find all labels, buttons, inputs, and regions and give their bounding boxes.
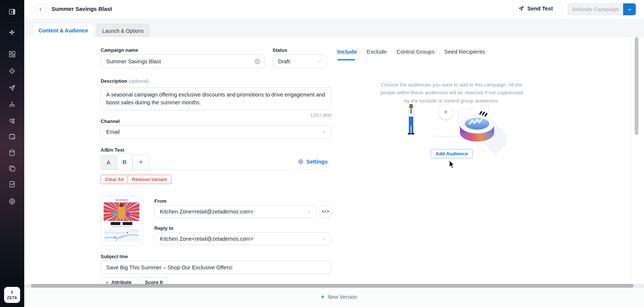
data-stack-illustration: [447, 108, 507, 153]
campaign-name-input[interactable]: Summer Savings Blast ✕: [101, 54, 265, 68]
sidebar: ZETA: [0, 0, 24, 307]
send-icon[interactable]: [8, 84, 16, 92]
gear-icon: [298, 159, 304, 165]
panel-right-hairline: [631, 37, 632, 284]
thumb-map-image: [104, 228, 139, 242]
activate-dropdown-button[interactable]: [623, 3, 636, 15]
person-illustration: [405, 104, 417, 137]
send-test-button[interactable]: Send Test: [518, 5, 553, 12]
code-view-button[interactable]: </>: [320, 205, 331, 218]
abn-settings-label: Settings: [306, 159, 328, 165]
zeta-logo[interactable]: ZETA: [4, 287, 20, 303]
new-version-label: New Version: [328, 294, 357, 300]
new-version-button[interactable]: + New Version: [321, 294, 357, 300]
mouse-cursor: [449, 160, 455, 169]
database-icon[interactable]: [8, 149, 16, 157]
activate-campaign-label: Activate Campaign: [572, 6, 619, 12]
chevron-down-icon: [322, 237, 326, 241]
page-tabstrip: Content & Audience Launch & Options: [24, 19, 644, 37]
chevron-down-icon: [322, 130, 326, 134]
target-icon[interactable]: [8, 67, 16, 75]
back-button[interactable]: [35, 4, 46, 15]
abn-test-label: A/B/n Test: [101, 147, 124, 153]
app-root: ZETA Summer Savings Blast Send Test Acti…: [0, 0, 644, 307]
channel-value: Email: [106, 129, 120, 135]
from-select[interactable]: Kitchen Zone<retail@zetademos.com>: [154, 205, 316, 218]
audience-tab-seed-recipients[interactable]: Seed Recipients: [444, 48, 485, 55]
audience-tab-control-groups[interactable]: Control Groups: [397, 48, 435, 55]
description-optional-label: (optional): [129, 78, 149, 84]
add-audience-button[interactable]: Add Audience: [431, 149, 473, 158]
activate-campaign-button[interactable]: Activate Campaign: [568, 3, 623, 15]
add-plus-circle-icon[interactable]: +: [439, 105, 452, 119]
description-textarea[interactable]: A seasonal campaign offering exclusive d…: [101, 87, 331, 110]
bottom-strip: + New Version: [24, 288, 644, 307]
top-header: Summer Savings Blast Send Test Activate …: [24, 0, 644, 19]
audience-bubbles-icon[interactable]: [8, 117, 16, 125]
subject-line-label: Subject line: [101, 254, 128, 259]
add-variant-tab[interactable]: +: [133, 154, 149, 170]
vertical-scrollbar[interactable]: [635, 37, 638, 135]
ai-sparkle-icon[interactable]: [8, 29, 16, 37]
sidebar-divider: [0, 23, 24, 23]
zeta-logo-text: ZETA: [7, 296, 17, 300]
audience-illustration: [391, 101, 514, 156]
channel-select[interactable]: Email: [101, 125, 331, 139]
campaign-name-label: Campaign name: [101, 47, 138, 53]
from-label: From: [154, 198, 167, 204]
tab-launch-options[interactable]: Launch & Options: [97, 24, 149, 37]
copy-pages-icon[interactable]: [8, 165, 16, 173]
thumb-hero-image: [104, 202, 139, 221]
journey-tree-icon[interactable]: [8, 101, 16, 108]
chevron-left-icon: [38, 7, 43, 12]
remove-variant-button[interactable]: Remove Variant: [127, 175, 171, 184]
dashboard-icon[interactable]: [8, 50, 16, 58]
tab-launch-options-label: Launch & Options: [102, 28, 143, 34]
plus-icon: +: [321, 294, 324, 300]
channel-label: Channel: [101, 118, 120, 124]
audience-tab-exclude[interactable]: Exclude: [367, 48, 386, 55]
tab-content-audience-label: Content & Audience: [38, 28, 88, 34]
campaign-name-value: Summer Savings Blast: [106, 58, 161, 64]
reply-to-value: Kitchen Zone<retail@zetademos.com>: [160, 236, 253, 242]
reply-to-select[interactable]: Kitchen Zone<retail@zetademos.com>: [154, 232, 331, 245]
chevron-down-icon: [307, 209, 312, 214]
thumb-text-line: [111, 226, 132, 227]
calendar-icon[interactable]: [8, 133, 16, 140]
variant-tab-a[interactable]: A: [101, 155, 116, 170]
clear-campaign-name-icon[interactable]: ✕: [255, 58, 260, 64]
header-divider: [562, 0, 562, 19]
page-title: Summer Savings Blast: [51, 6, 112, 12]
horizontal-scrollbar[interactable]: [31, 284, 634, 288]
settings-gear-icon[interactable]: [8, 197, 16, 205]
chevron-down-icon: [627, 7, 632, 12]
description-label: Description (optional): [101, 78, 149, 84]
clear-all-button[interactable]: Clear All: [101, 175, 128, 184]
audience-tab-include[interactable]: Include: [337, 48, 357, 55]
subject-line-input[interactable]: [101, 261, 331, 274]
variant-divider: [101, 170, 331, 170]
email-preview-thumbnail[interactable]: [101, 196, 142, 246]
tab-content-audience[interactable]: Content & Audience: [34, 24, 93, 37]
from-value: Kitchen Zone<retail@zetademos.com>: [160, 209, 253, 215]
chevron-down-icon: [317, 59, 322, 64]
status-value: Draft: [278, 58, 290, 64]
thumb-buttons: [111, 222, 132, 225]
active-tab-underline: [337, 59, 355, 60]
abn-settings-link[interactable]: Settings: [298, 159, 328, 165]
zeta-diamond-icon: [9, 290, 15, 295]
report-doc-icon[interactable]: [8, 180, 16, 188]
status-label: Status: [272, 47, 287, 53]
paper-plane-icon: [518, 5, 524, 12]
sidebar-divider: [0, 44, 24, 44]
panel-toggle-icon[interactable]: [8, 8, 16, 16]
description-char-counter: 125 / 400: [257, 113, 331, 118]
variant-tab-b[interactable]: B: [117, 153, 132, 170]
send-test-label: Send Test: [527, 6, 553, 12]
status-select[interactable]: Draft: [272, 54, 327, 68]
reply-to-label: Reply to: [154, 225, 173, 231]
thumb-brand-logo: [115, 199, 128, 201]
